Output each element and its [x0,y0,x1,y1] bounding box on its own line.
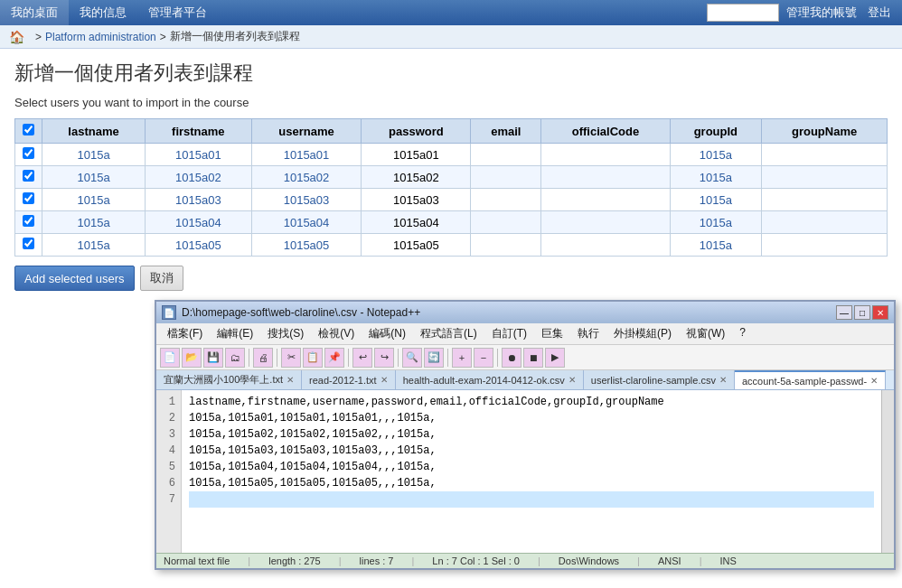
tb-open[interactable]: 📂 [182,348,202,368]
tb-print[interactable]: 🖨 [253,348,273,368]
tb-macro-play[interactable]: ▶ [545,348,565,368]
row-email [471,211,541,234]
nav-item-mydesk[interactable]: 我的桌面 [0,0,69,25]
btn-area: Add selected users 取消 [14,266,888,291]
status-ins: INS [720,555,737,566]
notepad-menu-item[interactable]: 程式語言(L) [413,324,484,343]
row-password: 1015a04 [362,211,471,234]
editor-content[interactable]: lastname,firstname,username,password,ema… [182,390,881,553]
status-position: Ln : 7 Col : 1 Sel : 0 [432,555,520,566]
tb-new[interactable]: 📄 [160,348,180,368]
tb-macro-stop[interactable]: ⏹ [523,348,543,368]
th-password: password [362,119,471,144]
table-row: 1015a 1015a02 1015a02 1015a02 1015a [15,166,888,189]
scrollbar[interactable] [881,390,894,553]
users-table: lastname firstname username password ema… [14,118,888,257]
line-number: 5 [162,459,175,475]
tab-close-icon[interactable]: ✕ [287,375,294,385]
editor-line: lastname,firstname,username,password,ema… [189,396,664,408]
row-checkbox-cell[interactable] [15,211,42,234]
editor-line: 1015a,1015a02,1015a02,1015a02,,,1015a, [189,428,437,441]
editor-line [189,491,874,508]
line-number: 4 [162,443,175,459]
page-title: 新增一個使用者列表到課程 [14,60,888,87]
tb-zoomout[interactable]: − [474,348,493,368]
notepad-tab[interactable]: health-adult-exam-2014-0412-ok.csv✕ [396,370,584,389]
search-input[interactable] [707,4,779,22]
tb-saveall[interactable]: 🗂 [225,348,245,368]
minimize-button[interactable]: — [836,305,852,320]
row-checkbox-cell[interactable] [15,234,42,257]
notepad-tab[interactable]: account-5a-sample-passwd-✕ [735,370,886,389]
logout-link[interactable]: 登出 [864,3,895,23]
notepad-toolbar: 📄 📂 💾 🗂 🖨 ✂ 📋 📌 ↩ ↪ 🔍 🔄 + − ⏺ ⏹ ▶ [156,345,894,370]
tab-close-icon[interactable]: ✕ [568,375,576,385]
nav-item-myinfo[interactable]: 我的信息 [69,0,137,25]
tb-macro-rec[interactable]: ⏺ [502,348,521,368]
cancel-button[interactable]: 取消 [140,266,183,291]
notepad-tab[interactable]: userlist-claroline-sample.csv✕ [584,370,735,389]
row-groupid: 1015a [670,144,762,166]
close-button[interactable]: ✕ [872,305,888,320]
notepad-menubar: 檔案(F)編輯(E)搜找(S)檢視(V)編碼(N)程式語言(L)自訂(T)巨集執… [156,323,894,345]
row-groupname [762,166,888,189]
top-nav-right: 管理我的帳號 登出 [707,3,902,23]
row-checkbox-cell[interactable] [15,144,42,166]
row-lastname: 1015a [42,234,146,257]
tb-paste[interactable]: 📌 [324,348,344,368]
notepad-menu-item[interactable]: 檢視(V) [311,324,362,343]
notepad-menu-item[interactable]: 搜找(S) [260,324,311,343]
breadcrumb: 🏠 > Platform administration > 新增一個使用者列表到… [0,25,902,49]
tb-find[interactable]: 🔍 [402,348,422,368]
status-lines: lines : 7 [360,555,394,566]
row-password: 1015a01 [362,144,471,166]
home-icon[interactable]: 🏠 [9,30,24,44]
nav-item-admin[interactable]: 管理者平台 [137,0,218,25]
top-navbar: 我的桌面 我的信息 管理者平台 管理我的帳號 登出 [0,0,902,25]
editor-line: 1015a,1015a05,1015a05,1015a05,,,1015a, [189,477,437,490]
row-username: 1015a03 [251,189,362,211]
tb-copy[interactable]: 📋 [303,348,323,368]
notepad-menu-item[interactable]: ? [732,324,753,343]
tab-close-icon[interactable]: ✕ [870,376,878,386]
notepad-menu-item[interactable]: 執行 [570,324,606,343]
row-checkbox[interactable] [23,147,34,159]
maximize-button[interactable]: □ [854,305,870,320]
notepad-menu-item[interactable]: 外掛模組(P) [606,324,679,343]
notepad-title: D:\homepage-soft\web-claroline\.csv - No… [182,306,836,319]
row-checkbox-cell[interactable] [15,166,42,189]
breadcrumb-sep2: > [160,31,166,43]
row-lastname: 1015a [42,211,146,234]
notepad-menu-item[interactable]: 自訂(T) [484,324,534,343]
row-lastname: 1015a [42,144,146,166]
notepad-menu-item[interactable]: 編碼(N) [362,324,413,343]
tb-zoomin[interactable]: + [452,348,472,368]
tb-save[interactable]: 💾 [203,348,223,368]
notepad-menu-item[interactable]: 編輯(E) [210,324,260,343]
notepad-icon: 📄 [162,305,176,320]
breadcrumb-platform[interactable]: Platform administration [45,31,156,43]
notepad-menu-item[interactable]: 巨集 [534,324,570,343]
tab-close-icon[interactable]: ✕ [719,375,727,385]
manage-account-link[interactable]: 管理我的帳號 [783,3,860,23]
row-checkbox-cell[interactable] [15,189,42,211]
notepad-tab[interactable]: read-2012-1.txt✕ [302,370,396,389]
add-selected-button[interactable]: Add selected users [14,266,135,291]
row-checkbox[interactable] [23,170,34,182]
notepad-menu-item[interactable]: 視窗(W) [679,324,732,343]
tb-sep5 [447,349,448,367]
tb-replace[interactable]: 🔄 [424,348,444,368]
row-checkbox[interactable] [23,192,34,204]
row-checkbox[interactable] [23,238,34,249]
tab-close-icon[interactable]: ✕ [381,375,388,385]
editor-line: 1015a,1015a03,1015a03,1015a03,,,1015a, [189,444,437,457]
tb-redo[interactable]: ↪ [374,348,394,368]
line-number: 6 [162,475,175,491]
tab-label: account-5a-sample-passwd- [742,376,867,387]
select-all-checkbox[interactable] [23,124,34,135]
row-checkbox[interactable] [23,215,34,227]
notepad-tab[interactable]: 宜蘭大洲國小100學年上.txt✕ [156,370,302,389]
tb-cut[interactable]: ✂ [281,348,301,368]
notepad-menu-item[interactable]: 檔案(F) [160,324,210,343]
tb-undo[interactable]: ↩ [352,348,372,368]
